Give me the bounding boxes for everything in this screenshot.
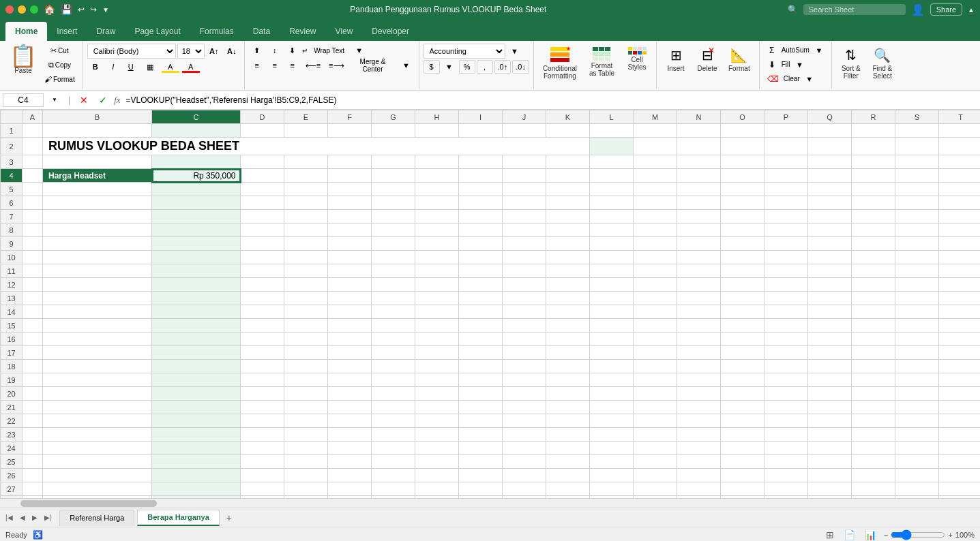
cell-N15[interactable] xyxy=(677,319,721,333)
col-header-B[interactable]: B xyxy=(43,110,152,124)
cell-C20[interactable] xyxy=(152,387,241,401)
cell-D20[interactable] xyxy=(241,387,284,401)
cell-K1[interactable] xyxy=(546,124,590,138)
cell-M24[interactable] xyxy=(634,442,677,455)
cell-C27[interactable] xyxy=(152,482,241,496)
cell-A7[interactable] xyxy=(23,210,43,223)
row-header-4[interactable]: 4 xyxy=(1,169,23,183)
cell-A5[interactable] xyxy=(23,183,43,196)
cell-A9[interactable] xyxy=(23,237,43,251)
cell-R17[interactable] xyxy=(852,346,895,360)
cell-R15[interactable] xyxy=(852,319,895,333)
cell-I23[interactable] xyxy=(459,428,503,442)
cell-N1[interactable] xyxy=(677,124,721,138)
cell-K16[interactable] xyxy=(546,333,590,346)
cell-K23[interactable] xyxy=(546,428,590,442)
cell-H7[interactable] xyxy=(415,210,459,223)
cell-I7[interactable] xyxy=(459,210,503,223)
cell-C8[interactable] xyxy=(152,223,241,237)
cell-R5[interactable] xyxy=(852,183,895,196)
cell-M1[interactable] xyxy=(634,124,677,138)
cell-I27[interactable] xyxy=(459,482,503,496)
cell-H5[interactable] xyxy=(415,183,459,196)
cell-Q24[interactable] xyxy=(808,442,852,455)
cell-A8[interactable] xyxy=(23,223,43,237)
cell-Q23[interactable] xyxy=(808,428,852,442)
cell-P25[interactable] xyxy=(764,455,808,469)
comma-button[interactable]: , xyxy=(477,60,493,74)
cell-I19[interactable] xyxy=(459,373,503,387)
cell-L27[interactable] xyxy=(590,482,634,496)
cell-B8[interactable] xyxy=(43,223,152,237)
cell-I24[interactable] xyxy=(459,442,503,455)
cell-Q5[interactable] xyxy=(808,183,852,196)
row-header-18[interactable]: 18 xyxy=(1,360,23,373)
cell-N11[interactable] xyxy=(677,264,721,278)
col-header-Q[interactable]: Q xyxy=(808,110,852,124)
cell-A26[interactable] xyxy=(23,469,43,482)
cell-T4[interactable] xyxy=(939,169,981,183)
maximize-button[interactable] xyxy=(30,5,38,14)
cell-H9[interactable] xyxy=(415,237,459,251)
cell-M3[interactable] xyxy=(634,155,677,169)
cell-O16[interactable] xyxy=(721,333,764,346)
cell-E8[interactable] xyxy=(284,223,328,237)
cell-M26[interactable] xyxy=(634,469,677,482)
cell-G3[interactable] xyxy=(372,155,415,169)
cell-J1[interactable] xyxy=(503,124,546,138)
cell-P16[interactable] xyxy=(764,333,808,346)
cell-P6[interactable] xyxy=(764,196,808,210)
cell-S5[interactable] xyxy=(895,183,939,196)
tab-review[interactable]: Review xyxy=(280,22,325,41)
cell-J7[interactable] xyxy=(503,210,546,223)
row-header-10[interactable]: 10 xyxy=(1,251,23,264)
cell-N3[interactable] xyxy=(677,155,721,169)
cell-N26[interactable] xyxy=(677,469,721,482)
cell-S20[interactable] xyxy=(895,387,939,401)
cell-N4[interactable] xyxy=(677,169,721,183)
sheet-nav-next[interactable]: ▶ xyxy=(29,512,40,523)
cell-A11[interactable] xyxy=(23,264,43,278)
row-header-23[interactable]: 23 xyxy=(1,428,23,442)
align-left-button[interactable]: ≡ xyxy=(249,59,265,72)
cell-C9[interactable] xyxy=(152,237,241,251)
cell-A19[interactable] xyxy=(23,373,43,387)
cell-M19[interactable] xyxy=(634,373,677,387)
cell-N22[interactable] xyxy=(677,414,721,428)
cell-G9[interactable] xyxy=(372,237,415,251)
cell-C7[interactable] xyxy=(152,210,241,223)
cell-E13[interactable] xyxy=(284,292,328,305)
cell-A24[interactable] xyxy=(23,442,43,455)
cell-H12[interactable] xyxy=(415,278,459,292)
cell-E5[interactable] xyxy=(284,183,328,196)
cell-M9[interactable] xyxy=(634,237,677,251)
cell-D6[interactable] xyxy=(241,196,284,210)
cell-Q10[interactable] xyxy=(808,251,852,264)
cell-M12[interactable] xyxy=(634,278,677,292)
cell-E18[interactable] xyxy=(284,360,328,373)
cell-B13[interactable] xyxy=(43,292,152,305)
cell-N12[interactable] xyxy=(677,278,721,292)
cell-B2[interactable]: RUMUS VLOOKUP BEDA SHEET xyxy=(43,138,590,155)
cell-H24[interactable] xyxy=(415,442,459,455)
cell-Q22[interactable] xyxy=(808,414,852,428)
cell-O6[interactable] xyxy=(721,196,764,210)
cell-B4[interactable]: Harga Headset xyxy=(43,169,152,183)
cell-C15[interactable] xyxy=(152,319,241,333)
cell-A6[interactable] xyxy=(23,196,43,210)
row-header-12[interactable]: 12 xyxy=(1,278,23,292)
currency-button[interactable]: $ xyxy=(424,60,440,74)
cell-M17[interactable] xyxy=(634,346,677,360)
cell-O22[interactable] xyxy=(721,414,764,428)
row-header-22[interactable]: 22 xyxy=(1,414,23,428)
cell-E7[interactable] xyxy=(284,210,328,223)
cell-R19[interactable] xyxy=(852,373,895,387)
row-header-20[interactable]: 20 xyxy=(1,387,23,401)
decrease-font-button[interactable]: A↓ xyxy=(224,44,240,58)
cell-K19[interactable] xyxy=(546,373,590,387)
cell-I9[interactable] xyxy=(459,237,503,251)
cell-P27[interactable] xyxy=(764,482,808,496)
cell-L7[interactable] xyxy=(590,210,634,223)
cell-J22[interactable] xyxy=(503,414,546,428)
cell-S16[interactable] xyxy=(895,333,939,346)
